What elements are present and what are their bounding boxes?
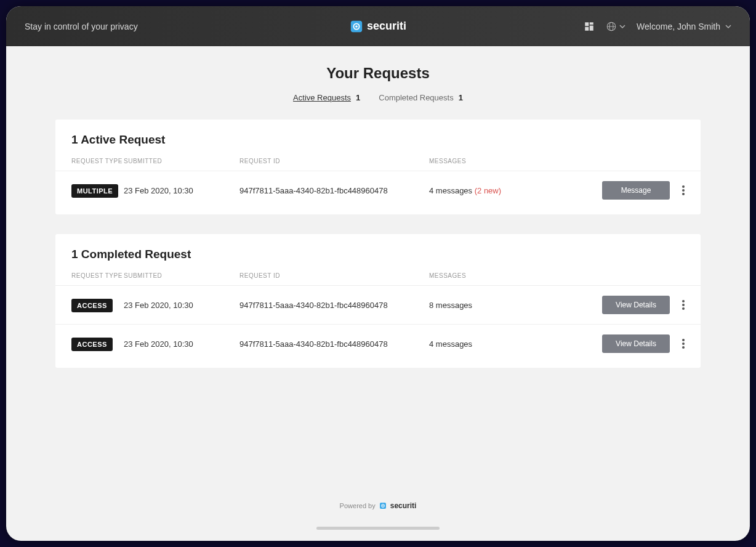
submitted-date: 23 Feb 2020, 10:30 [124,186,239,195]
svg-point-2 [355,25,358,28]
dashboard-icon[interactable] [584,21,595,32]
home-indicator [316,527,440,530]
welcome-text: Welcome, John Smith [637,22,720,31]
svg-rect-5 [590,25,593,30]
new-messages-badge: (2 new) [475,186,501,195]
svg-rect-6 [585,26,589,30]
request-tabs: Active Requests 1 Completed Requests 1 [55,93,701,102]
tab-active-requests[interactable]: Active Requests 1 [293,93,360,102]
more-options-icon[interactable] [682,339,685,349]
header-tagline: Stay in control of your privacy [25,22,138,31]
message-button[interactable]: Message [602,181,670,200]
svg-rect-4 [590,22,593,25]
table-header: REQUEST TYPE SUBMITTED REQUEST ID MESSAG… [55,158,701,171]
column-header-messages: MESSAGES [429,158,515,164]
request-id: 947f7811-5aaa-4340-82b1-fbc448960478 [239,186,429,195]
messages-count: 4 messages (2 new) [429,186,515,195]
chevron-down-icon [725,25,731,28]
request-id: 947f7811-5aaa-4340-82b1-fbc448960478 [239,339,429,349]
request-type-badge: MULTIPLE [71,184,118,198]
device-frame: Stay in control of your privacy securiti [6,6,750,541]
tab-label: Completed Requests [379,93,453,102]
table-row: MULTIPLE 23 Feb 2020, 10:30 947f7811-5aa… [55,171,701,209]
main-content: Your Requests Active Requests 1 Complete… [6,46,750,406]
tab-count: 1 [459,93,463,102]
securiti-logo-icon [350,20,363,33]
column-header-messages: MESSAGES [429,272,515,279]
completed-requests-card: 1 Completed Request REQUEST TYPE SUBMITT… [55,234,701,368]
securiti-logo-icon [379,502,387,509]
user-menu[interactable]: Welcome, John Smith [637,22,731,31]
table-header: REQUEST TYPE SUBMITTED REQUEST ID MESSAG… [55,272,701,286]
column-header-id: REQUEST ID [239,272,429,279]
tab-label: Active Requests [293,93,351,102]
globe-icon [606,21,617,32]
column-header-id: REQUEST ID [239,158,429,164]
tab-completed-requests[interactable]: Completed Requests 1 [379,93,463,102]
column-header-type: REQUEST TYPE [71,272,124,279]
column-header-type: REQUEST TYPE [71,158,124,164]
powered-by-text: Powered by [340,502,376,509]
card-title: 1 Completed Request [55,248,701,272]
table-row: ACCESS 23 Feb 2020, 10:30 947f7811-5aaa-… [55,325,701,363]
card-title: 1 Active Request [55,133,701,158]
column-header-submitted: SUBMITTED [124,158,239,164]
footer: Powered by securiti [6,501,750,510]
page-title: Your Requests [55,65,701,82]
request-type-badge: ACCESS [71,299,113,312]
chevron-down-icon [619,25,625,28]
brand-text: securiti [367,20,406,33]
language-selector[interactable] [606,21,625,32]
messages-count: 8 messages [429,301,515,310]
svg-point-12 [382,505,384,506]
messages-count: 4 messages [429,339,515,349]
submitted-date: 23 Feb 2020, 10:30 [124,339,239,349]
view-details-button[interactable]: View Details [602,334,670,353]
more-options-icon[interactable] [682,300,685,310]
footer-brand-text: securiti [390,501,417,510]
tab-count: 1 [356,93,360,102]
request-type-badge: ACCESS [71,338,113,351]
svg-rect-3 [585,22,589,26]
brand-logo[interactable]: securiti [350,20,406,33]
request-id: 947f7811-5aaa-4340-82b1-fbc448960478 [239,301,429,310]
app-header: Stay in control of your privacy securiti [6,6,750,46]
header-actions: Welcome, John Smith [584,21,731,32]
table-row: ACCESS 23 Feb 2020, 10:30 947f7811-5aaa-… [55,286,701,325]
active-requests-card: 1 Active Request REQUEST TYPE SUBMITTED … [55,120,701,214]
view-details-button[interactable]: View Details [602,296,670,314]
column-header-submitted: SUBMITTED [124,272,239,279]
more-options-icon[interactable] [682,185,685,195]
submitted-date: 23 Feb 2020, 10:30 [124,301,239,310]
